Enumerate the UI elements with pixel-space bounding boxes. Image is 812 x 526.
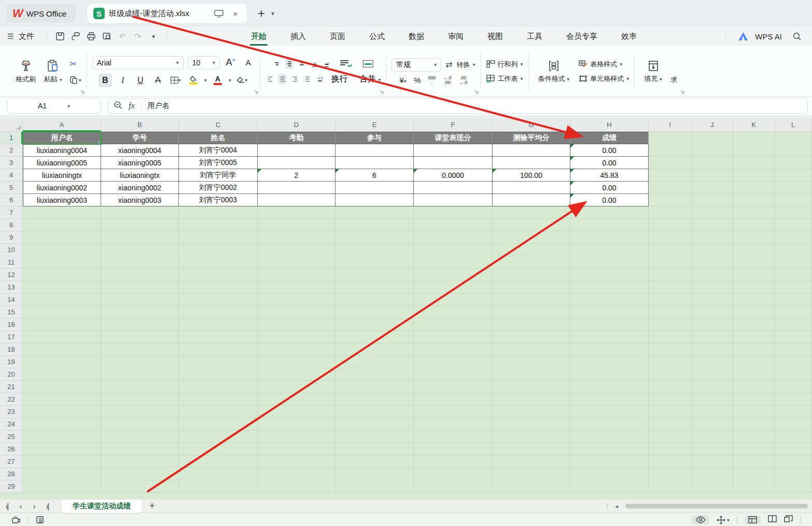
row-header-16[interactable]: 16 <box>0 319 23 331</box>
cell-K3[interactable] <box>733 157 775 169</box>
cell-D22[interactable] <box>258 393 335 406</box>
column-header-G[interactable]: G <box>493 118 570 132</box>
cell-K6[interactable] <box>733 194 775 206</box>
cell-I28[interactable] <box>649 468 692 480</box>
cell-D11[interactable] <box>258 256 335 269</box>
cell-H15[interactable] <box>570 306 649 319</box>
cell-G7[interactable] <box>493 206 570 219</box>
cell-B10[interactable] <box>101 244 179 256</box>
close-tab-icon[interactable]: × <box>230 9 241 18</box>
last-sheet-icon[interactable]: ›| <box>40 502 54 510</box>
cell-G8[interactable] <box>493 219 570 231</box>
cell-K23[interactable] <box>733 406 775 418</box>
cell-C22[interactable] <box>179 393 258 406</box>
cell-L21[interactable] <box>775 381 812 393</box>
row-header-26[interactable]: 26 <box>0 443 23 455</box>
cell-J24[interactable] <box>692 418 733 431</box>
cell-A28[interactable] <box>23 468 101 480</box>
cell-E28[interactable] <box>335 468 414 480</box>
cell-A4[interactable]: liuxiaoningtx <box>23 169 101 182</box>
cell-G18[interactable] <box>493 343 570 356</box>
cell-F13[interactable] <box>414 281 493 294</box>
column-header-C[interactable]: C <box>179 118 258 132</box>
menu-member[interactable]: 会员专享 <box>565 29 598 45</box>
cell-K26[interactable] <box>733 443 775 455</box>
cell-H16[interactable] <box>570 319 649 331</box>
cell-L17[interactable] <box>775 331 812 343</box>
cell-C14[interactable] <box>179 294 258 306</box>
cell-C25[interactable] <box>179 431 258 443</box>
cell-D14[interactable] <box>258 294 335 306</box>
cell-L5[interactable] <box>775 182 812 194</box>
cell-K13[interactable] <box>733 281 775 294</box>
cell-L25[interactable] <box>775 431 812 443</box>
cell-I9[interactable] <box>649 231 692 244</box>
rows-columns-button[interactable]: 行和列▾ <box>486 60 523 69</box>
cell-B25[interactable] <box>101 431 179 443</box>
cell-G16[interactable] <box>493 319 570 331</box>
cell-A1[interactable]: 用户名 <box>23 132 101 144</box>
cell-K18[interactable] <box>733 343 775 356</box>
row-header-24[interactable]: 24 <box>0 418 23 431</box>
cell-I20[interactable] <box>649 368 692 381</box>
cell-C1[interactable]: 姓名 <box>179 132 258 144</box>
cell-B14[interactable] <box>101 294 179 306</box>
cell-K16[interactable] <box>733 319 775 331</box>
cell-D20[interactable] <box>258 368 335 381</box>
cell-H7[interactable] <box>570 206 649 219</box>
cell-A6[interactable]: liuxiaoning0003 <box>23 194 101 206</box>
cell-L29[interactable] <box>775 480 812 493</box>
cell-J2[interactable] <box>692 144 733 157</box>
cell-E19[interactable] <box>335 356 414 368</box>
cell-J18[interactable] <box>692 343 733 356</box>
cell-B20[interactable] <box>101 368 179 381</box>
eye-protection-button[interactable] <box>692 515 709 524</box>
share-to-device-icon[interactable] <box>214 10 226 18</box>
name-box-chevron-icon[interactable]: ▾ <box>67 103 70 109</box>
cell-I10[interactable] <box>649 244 692 256</box>
cell-L15[interactable] <box>775 306 812 319</box>
cell-A12[interactable] <box>23 269 101 281</box>
search-icon[interactable] <box>789 32 805 41</box>
font-color-button[interactable]: A <box>211 74 225 87</box>
cell-E27[interactable] <box>335 455 414 468</box>
cell-K28[interactable] <box>733 468 775 480</box>
decrease-indent-button[interactable]: ← <box>310 58 318 70</box>
cell-F27[interactable] <box>414 455 493 468</box>
select-all-corner[interactable] <box>0 118 23 132</box>
cell-C4[interactable]: 刘宵宁同学 <box>179 169 258 182</box>
cell-I8[interactable] <box>649 219 692 231</box>
page-break-view-button[interactable] <box>784 515 793 524</box>
cell-H26[interactable] <box>570 443 649 455</box>
cell-B7[interactable] <box>101 206 179 219</box>
column-header-J[interactable]: J <box>692 118 733 132</box>
cell-H3[interactable]: 0.00 <box>570 157 649 169</box>
cell-C29[interactable] <box>179 480 258 493</box>
cell-B8[interactable] <box>101 219 179 231</box>
cell-A27[interactable] <box>23 455 101 468</box>
print-preview-icon[interactable] <box>99 32 115 41</box>
bold-button[interactable]: B <box>99 74 112 87</box>
quickbar-more-icon[interactable]: ▾ <box>146 33 161 40</box>
cell-E29[interactable] <box>335 480 414 493</box>
percent-button[interactable]: % <box>414 76 421 85</box>
cell-H5[interactable]: 0.00 <box>570 182 649 194</box>
cell-A18[interactable] <box>23 343 101 356</box>
cell-I6[interactable] <box>649 194 692 206</box>
cell-L23[interactable] <box>775 406 812 418</box>
cell-F1[interactable]: 课堂表现分 <box>414 132 493 144</box>
row-header-1[interactable]: 1 <box>0 132 23 144</box>
cell-G15[interactable] <box>493 306 570 319</box>
cell-E2[interactable] <box>335 144 414 157</box>
cell-J27[interactable] <box>692 455 733 468</box>
cell-L18[interactable] <box>775 343 812 356</box>
save-icon[interactable] <box>52 32 68 41</box>
cell-K10[interactable] <box>733 244 775 256</box>
cell-B16[interactable] <box>101 319 179 331</box>
menu-insert[interactable]: 插入 <box>289 29 307 45</box>
wrap-text-label[interactable]: 换行 <box>331 74 348 85</box>
cell-J16[interactable] <box>692 319 733 331</box>
cell-K7[interactable] <box>733 206 775 219</box>
cell-F29[interactable] <box>414 480 493 493</box>
row-header-12[interactable]: 12 <box>0 269 23 281</box>
